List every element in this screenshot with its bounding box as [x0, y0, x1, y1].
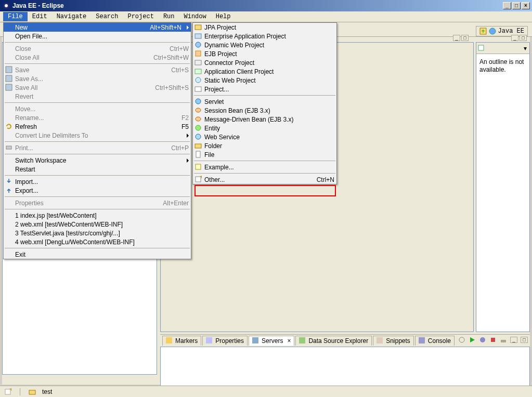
- svg-rect-27: [196, 51, 201, 56]
- new-jpa-project[interactable]: JPA Project: [193, 23, 336, 32]
- tab-servers[interactable]: Servers×: [249, 336, 294, 346]
- submenu-arrow-icon: [187, 25, 189, 30]
- tab-console[interactable]: Console: [415, 336, 455, 346]
- tab-console-label: Console: [428, 337, 451, 345]
- editor-minimize-button[interactable]: _: [453, 35, 460, 41]
- server-link-icon[interactable]: [458, 336, 465, 343]
- minimize-button[interactable]: _: [503, 2, 511, 9]
- new-message-driven-bean[interactable]: Message-Driven Bean (EJB 3.x): [193, 115, 336, 124]
- new-enterprise-app-project[interactable]: Enterprise Application Project: [193, 32, 336, 41]
- file-convert-delimiters: Convert Line Delimiters To: [4, 131, 191, 140]
- menu-project[interactable]: Project: [123, 12, 158, 21]
- properties-icon: [206, 337, 213, 345]
- menu-window[interactable]: Window: [179, 12, 211, 21]
- new-dynamic-web-project[interactable]: Dynamic Web Project: [193, 41, 336, 49]
- new-folder[interactable]: Folder: [193, 141, 336, 150]
- tab-properties[interactable]: Properties: [202, 336, 248, 346]
- right-maximize-button[interactable]: □: [520, 35, 527, 41]
- status-bar: + test: [0, 386, 532, 397]
- tab-snippets[interactable]: Snippets: [373, 336, 414, 346]
- save-as-icon: [5, 74, 13, 83]
- new-static-web-project[interactable]: Static Web Project: [193, 76, 336, 85]
- perspective-label[interactable]: Java EE: [498, 28, 524, 35]
- file-recent-1[interactable]: 1 index.jsp [test/WebContent]: [4, 211, 191, 220]
- svg-rect-39: [196, 164, 201, 169]
- print-icon: [5, 143, 13, 152]
- menu-edit[interactable]: Edit: [28, 12, 52, 21]
- new-example[interactable]: Example...: [193, 163, 336, 171]
- file-export[interactable]: Export...: [4, 186, 191, 195]
- save-icon: [5, 65, 13, 74]
- file-close: CloseCtrl+W: [4, 44, 191, 53]
- menubar: File Edit Navigate Search Project Run Wi…: [0, 11, 532, 22]
- svg-rect-8: [252, 337, 258, 343]
- file-recent-4[interactable]: 4 web.xml [DengLu/WebContent/WEB-INF]: [4, 237, 191, 246]
- file-open-file[interactable]: Open File...: [4, 32, 191, 41]
- file-icon: [194, 150, 202, 158]
- bottom-toolbar: _ □: [458, 334, 528, 346]
- file-exit[interactable]: Exit: [4, 250, 191, 259]
- status-new-icon[interactable]: +: [4, 388, 11, 395]
- file-new[interactable]: NewAlt+Shift+N: [4, 23, 191, 32]
- static-web-icon: [194, 76, 202, 84]
- file-switch-workspace[interactable]: Switch Workspace: [4, 156, 191, 165]
- editor-maximize-button[interactable]: □: [461, 35, 469, 41]
- new-app-client-project[interactable]: Application Client Project: [193, 67, 336, 76]
- menu-help[interactable]: Help: [211, 12, 236, 21]
- new-project[interactable]: Project...: [193, 85, 336, 94]
- export-icon: [5, 186, 13, 194]
- new-connector-project[interactable]: Connector Project: [193, 58, 336, 67]
- refresh-icon: [5, 122, 13, 130]
- maximize-button[interactable]: □: [512, 2, 521, 9]
- open-perspective-icon[interactable]: +: [479, 28, 487, 35]
- menu-separator: [5, 102, 190, 103]
- new-web-service[interactable]: Web Service: [193, 133, 336, 141]
- server-run-icon[interactable]: [469, 336, 476, 343]
- tab-dse-label: Data Source Explorer: [308, 337, 368, 345]
- new-other[interactable]: +Other...Ctrl+N: [193, 175, 336, 184]
- markers-icon: [166, 337, 173, 345]
- close-button[interactable]: ×: [522, 2, 530, 9]
- svg-rect-23: [6, 146, 11, 149]
- menu-separator: [5, 209, 190, 209]
- svg-text:+: +: [481, 28, 485, 35]
- menu-separator: [5, 141, 190, 142]
- svg-rect-10: [377, 337, 383, 343]
- new-entity[interactable]: Entity: [193, 124, 336, 133]
- new-file[interactable]: File: [193, 150, 336, 159]
- server-debug-icon[interactable]: [479, 336, 486, 343]
- svg-point-35: [196, 125, 201, 130]
- file-recent-2[interactable]: 2 web.xml [test/WebContent/WEB-INF]: [4, 220, 191, 229]
- file-import[interactable]: Import...: [4, 177, 191, 186]
- ear-project-icon: [194, 32, 202, 40]
- svg-rect-11: [419, 337, 425, 343]
- tab-markers[interactable]: Markers: [162, 336, 201, 346]
- menu-search[interactable]: Search: [91, 12, 123, 21]
- outline-tab-row: ▾: [476, 43, 529, 54]
- new-servlet[interactable]: Servlet: [193, 97, 336, 106]
- svg-rect-20: [6, 67, 12, 73]
- outline-close-icon[interactable]: ▾: [522, 45, 528, 52]
- right-minimize-button[interactable]: _: [511, 35, 518, 41]
- server-publish-icon[interactable]: [500, 336, 507, 343]
- bottom-maximize-button[interactable]: □: [521, 337, 528, 343]
- file-refresh[interactable]: RefreshF5: [4, 122, 191, 131]
- file-close-all: Close AllCtrl+Shift+W: [4, 53, 191, 62]
- server-stop-icon[interactable]: [489, 336, 497, 343]
- new-ejb-project[interactable]: EJB Project: [193, 49, 336, 58]
- console-icon: [419, 337, 426, 345]
- menu-run[interactable]: Run: [159, 12, 179, 21]
- file-rename: Rename...F2: [4, 113, 191, 122]
- svg-point-12: [459, 337, 464, 342]
- menu-file[interactable]: File: [3, 12, 28, 21]
- new-session-bean[interactable]: Session Bean (EJB 3.x): [193, 106, 336, 115]
- bottom-minimize-button[interactable]: _: [510, 337, 517, 343]
- jpa-project-icon: [194, 23, 202, 31]
- tab-servers-close-icon[interactable]: ×: [287, 337, 291, 345]
- file-recent-3[interactable]: 3 TestServlet.java [test/src/com/ghj/...…: [4, 229, 191, 237]
- tab-data-source-explorer[interactable]: Data Source Explorer: [295, 336, 372, 346]
- menu-navigate[interactable]: Navigate: [52, 12, 92, 21]
- menu-separator: [5, 248, 190, 248]
- file-restart[interactable]: Restart: [4, 165, 191, 174]
- svg-point-36: [196, 134, 201, 139]
